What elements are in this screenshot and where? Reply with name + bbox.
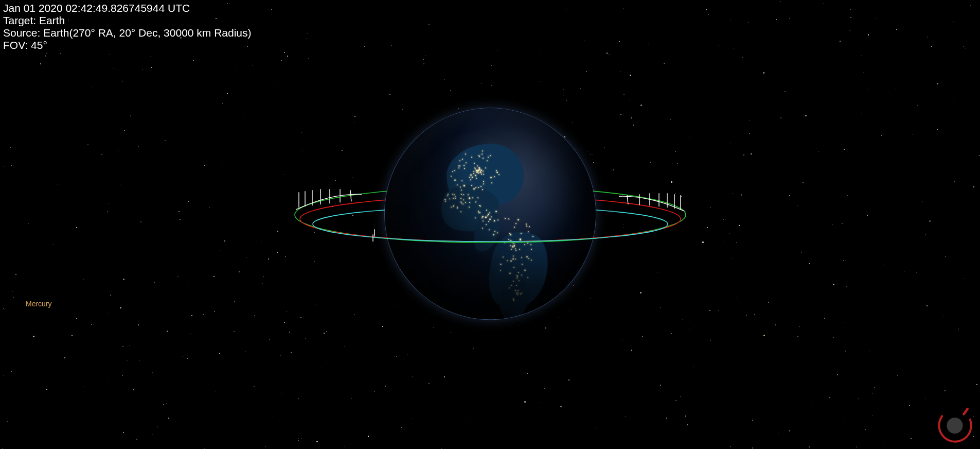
app-logo-icon [935,405,975,445]
svg-point-22 [947,418,963,434]
svg-line-14 [627,195,628,204]
city-lights [385,108,596,319]
orbit-bounds-right [619,193,686,212]
viewport-3d[interactable]: Jan 01 2020 02:42:49.826745944 UTC Targe… [0,0,980,449]
svg-line-7 [350,190,351,201]
earth-scene[interactable] [284,80,696,348]
orbit-bounds-left [296,189,362,210]
svg-rect-23 [962,407,969,416]
earth-globe[interactable] [385,108,596,319]
